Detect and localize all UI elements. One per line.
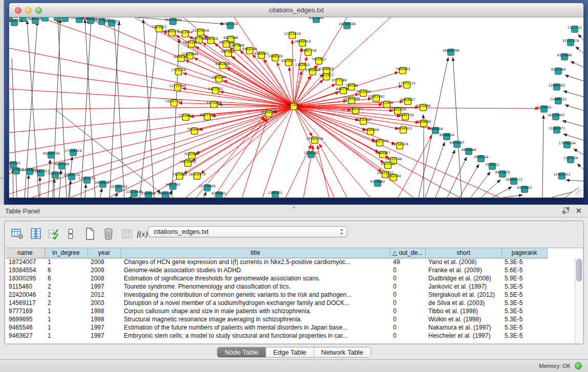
table-rows-icon[interactable] <box>64 227 77 240</box>
network-edge[interactable] <box>227 68 294 106</box>
network-edge[interactable] <box>563 134 583 140</box>
delete-icon[interactable] <box>102 227 115 240</box>
network-edge[interactable] <box>263 106 294 198</box>
network-node[interactable]: 16782759 <box>110 185 127 192</box>
table-cell[interactable]: 0 <box>390 291 425 299</box>
table-panel-header[interactable]: ▴ Table Panel ✕ <box>0 205 588 217</box>
column-header-year[interactable]: year <box>88 248 121 258</box>
network-node[interactable]: 10688609 <box>362 128 379 135</box>
network-edge[interactable] <box>114 20 124 198</box>
network-node[interactable]: 2803144 <box>212 75 227 82</box>
network-node[interactable]: 15716485 <box>199 184 215 191</box>
network-node[interactable]: 8938924 <box>440 133 454 140</box>
column-header-short[interactable]: short <box>425 248 502 258</box>
network-node[interactable]: 18720407 <box>355 118 372 125</box>
network-node[interactable]: 17975115 <box>398 81 415 89</box>
network-edge[interactable] <box>503 195 522 198</box>
table-row[interactable]: 1938455462009Genome-wide association stu… <box>6 266 547 274</box>
network-node[interactable]: 12444151 <box>550 97 567 104</box>
network-node[interactable]: 16914479 <box>188 172 205 180</box>
table-row[interactable]: 2242004622012Investigating the contribut… <box>6 291 547 299</box>
network-node[interactable]: 16648784 <box>442 49 459 56</box>
table-cell[interactable]: Genome-wide association studies in ADHD. <box>121 266 390 274</box>
network-edge[interactable] <box>58 18 67 198</box>
network-node[interactable]: 16210643 <box>547 113 564 120</box>
table-cell[interactable]: Estimation of significance thresholds fo… <box>121 274 390 282</box>
table-cell[interactable]: Structural magnetic resonance image aver… <box>121 315 390 323</box>
network-edge[interactable] <box>492 187 512 198</box>
network-node[interactable]: 19654923 <box>395 126 411 134</box>
network-node[interactable]: 7425402 <box>172 172 187 180</box>
network-node[interactable]: 20364486 <box>343 97 360 104</box>
network-edge[interactable] <box>563 91 583 97</box>
network-edge[interactable] <box>562 121 583 126</box>
table-cell[interactable]: 0 <box>390 282 425 291</box>
table-cell[interactable]: 1998 <box>88 315 121 323</box>
network-node[interactable]: 9463627 <box>401 98 416 105</box>
table-cell[interactable]: 0 <box>390 315 425 323</box>
network-node[interactable]: 10654112 <box>505 178 522 185</box>
table-cell[interactable]: 5.3E-5 <box>502 258 547 266</box>
network-canvas[interactable]: 2493572143557120355724206914068935149614… <box>9 17 583 198</box>
table-cell[interactable]: 1997 <box>88 282 121 291</box>
network-node[interactable]: 1252254 <box>386 174 401 181</box>
table-cell[interactable]: Investigating the contribution of common… <box>121 291 390 299</box>
network-node[interactable]: 8471676 <box>495 170 510 178</box>
table-cell[interactable]: 49 <box>390 258 425 266</box>
network-window[interactable]: citations_edges.txt 24935721435571203557… <box>9 3 584 198</box>
table-cell[interactable]: 0 <box>390 307 425 315</box>
float-panel-icon[interactable] <box>562 207 570 214</box>
table-cell[interactable]: 5.3E-5 <box>502 299 547 307</box>
column-header-out-de-[interactable]: △ out_de... <box>390 248 425 258</box>
network-node[interactable]: 18807249 <box>371 139 388 146</box>
table-cell[interactable]: 1998 <box>88 307 121 315</box>
table-row[interactable]: 1456911722003Disruption of a novel membe… <box>6 299 547 307</box>
network-node[interactable]: 8267110 <box>200 113 215 120</box>
network-node[interactable]: 17359924 <box>64 149 81 156</box>
network-node[interactable]: 15751074 <box>562 39 579 46</box>
network-node[interactable]: 20355724 <box>9 19 23 26</box>
network-node[interactable]: 9699695 <box>417 120 431 127</box>
network-node[interactable]: 17957273 <box>78 177 95 184</box>
table-row[interactable]: 1872400712008Changes of HCN gene express… <box>6 258 547 266</box>
network-node[interactable]: 12450412 <box>553 172 570 180</box>
table-cell[interactable]: Corpus callosum shape and size in male p… <box>121 307 390 315</box>
network-node[interactable]: 2935114 <box>474 155 489 162</box>
table-cell[interactable]: 0 <box>390 323 425 332</box>
network-node[interactable]: 9151442 <box>185 152 200 159</box>
table-cell[interactable]: 5.9E-5 <box>502 274 547 282</box>
network-node[interactable]: 8960128 <box>165 29 180 36</box>
control-panel-collapsed-strip[interactable]: ◂ <box>0 0 4 205</box>
table-cell[interactable]: 18300295 <box>6 274 45 282</box>
table-cell[interactable]: 5.3E-5 <box>502 332 547 340</box>
network-node[interactable]: 7254462 <box>179 114 193 121</box>
table-scrollbar-thumb[interactable] <box>576 259 582 281</box>
table-cell[interactable]: 9699695 <box>6 315 45 323</box>
network-node[interactable]: 16958167 <box>94 181 111 188</box>
network-node[interactable]: 19384554 <box>306 137 323 144</box>
network-edge[interactable] <box>143 19 154 198</box>
network-node[interactable]: 9242848 <box>215 62 230 69</box>
network-edge[interactable] <box>294 106 312 136</box>
network-edge[interactable] <box>565 105 583 111</box>
network-edge[interactable] <box>294 48 302 106</box>
network-node[interactable]: 9777169 <box>332 78 347 85</box>
network-node[interactable]: 14039461 <box>179 160 196 167</box>
network-edge[interactable] <box>294 71 301 106</box>
table-cell[interactable]: 5.3E-5 <box>502 282 547 291</box>
close-panel-icon[interactable]: ✕ <box>575 206 582 215</box>
table-cell[interactable]: 1 <box>45 323 88 332</box>
network-node[interactable]: 9474444 <box>462 148 476 155</box>
table-cell[interactable]: 0 <box>390 266 425 274</box>
network-edge[interactable] <box>571 61 583 67</box>
network-edge[interactable] <box>224 106 294 198</box>
network-node[interactable]: 8813054 <box>309 17 324 23</box>
network-node[interactable]: 7857224 <box>223 22 238 29</box>
network-node[interactable]: 9245652 <box>517 186 532 193</box>
row-select-icon[interactable] <box>47 227 60 240</box>
network-node[interactable]: 2718176 <box>171 68 186 75</box>
network-edge[interactable] <box>214 118 266 198</box>
column-header-in-degree[interactable]: in_degree <box>45 248 88 258</box>
network-node[interactable]: 12213369 <box>169 84 186 91</box>
network-edge[interactable] <box>100 188 102 198</box>
